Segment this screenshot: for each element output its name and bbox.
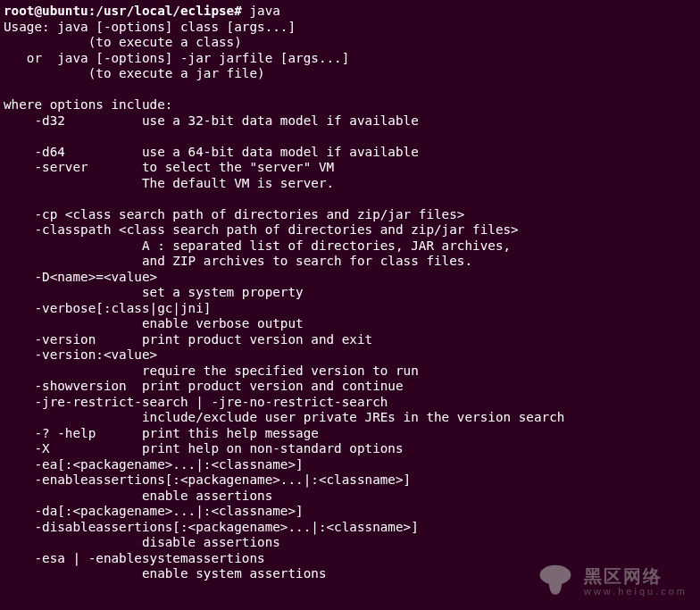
output-line: -d64 use a 64-bit data model if availabl… <box>4 145 419 159</box>
output-line: (to execute a class) <box>4 35 242 49</box>
output-line: or java [-options] -jar jarfile [args...… <box>4 51 349 65</box>
output-line: -version print product version and exit <box>4 332 372 347</box>
output-line: -da[:<packagename>...|:<classname>] <box>4 504 304 518</box>
prompt-sep1: : <box>88 4 96 18</box>
output-line: enable assertions <box>4 489 272 503</box>
output-line: (to execute a jar file) <box>4 66 265 80</box>
prompt-path: /usr/local/eclipse <box>96 4 234 18</box>
output-line: -cp <class search path of directories an… <box>4 207 464 221</box>
typed-command: java <box>242 4 280 18</box>
output-line: -server to select the "server" VM <box>4 160 334 174</box>
output-line: enable verbose output <box>4 316 304 330</box>
output-line: The default VM is server. <box>4 176 334 190</box>
output-line: -X print help on non-standard options <box>4 441 404 455</box>
output-line: -D<name>=<value> <box>4 270 157 284</box>
output-line: -classpath <class search path of directo… <box>4 222 519 237</box>
output-line: -d32 use a 32-bit data model if availabl… <box>4 113 419 128</box>
prompt-user: root@ubuntu <box>4 4 88 18</box>
watermark-domain: www.heiqu.com <box>584 586 688 597</box>
output-line: -disableassertions[:<packagename>...|:<c… <box>4 520 419 534</box>
output-line: set a system property <box>4 285 304 299</box>
output-line: -version:<value> <box>4 347 157 362</box>
output-line: -? -help print this help message <box>4 426 319 440</box>
output-line: -showversion print product version and c… <box>4 379 404 393</box>
output-line: require the specified version to run <box>4 363 419 378</box>
output-line: -esa | -enablesystemassertions <box>4 551 265 565</box>
output-line: A : separated list of directories, JAR a… <box>4 238 511 253</box>
output-line: enable system assertions <box>4 566 327 581</box>
prompt-sep2: # <box>234 4 242 18</box>
output-line: -ea[:<packagename>...|:<classname>] <box>4 457 304 472</box>
output-line: -verbose[:class|gc|jni] <box>4 301 211 315</box>
output-line: where options include: <box>4 97 172 112</box>
terminal-output[interactable]: root@ubuntu:/usr/local/eclipse# java Usa… <box>0 0 700 582</box>
output-line: and ZIP archives to search for class fil… <box>4 254 472 268</box>
output-line: disable assertions <box>4 535 280 549</box>
output-line: include/exclude user private JREs in the… <box>4 410 564 424</box>
output-line: -jre-restrict-search | -jre-no-restrict-… <box>4 395 388 409</box>
output-line: Usage: java [-options] class [args...] <box>4 20 296 34</box>
output-line: -enableassertions[:<packagename>...|:<cl… <box>4 472 411 487</box>
